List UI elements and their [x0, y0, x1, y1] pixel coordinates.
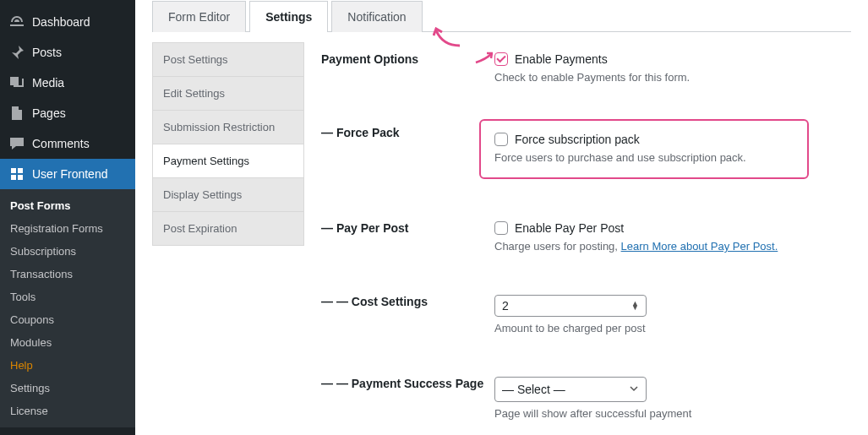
subtab-edit-settings[interactable]: Edit Settings	[152, 76, 304, 110]
sub-registration-forms[interactable]: Registration Forms	[0, 217, 135, 240]
subtab-submission-restriction[interactable]: Submission Restriction	[152, 110, 304, 144]
cost-stepper[interactable]: 2 ▲▼	[494, 295, 647, 317]
force-pack-label: — Force Pack	[321, 126, 494, 139]
tab-notification[interactable]: Notification	[331, 1, 422, 32]
tab-form-editor[interactable]: Form Editor	[152, 1, 246, 32]
force-pack-chk-label: Force subscription pack	[515, 133, 640, 146]
subtab-post-settings[interactable]: Post Settings	[152, 42, 304, 76]
sub-coupons[interactable]: Coupons	[0, 308, 135, 331]
sub-help[interactable]: Help	[0, 354, 135, 377]
pay-per-post-learn-more-link[interactable]: Learn More about Pay Per Post.	[621, 240, 778, 253]
admin-sidebar: Dashboard Posts Media Pages Comments	[0, 0, 135, 435]
success-page-value: — Select —	[502, 383, 565, 396]
tab-settings[interactable]: Settings	[249, 1, 328, 32]
pay-per-post-desc: Charge users for posting, Learn More abo…	[494, 240, 851, 253]
nav-label: Comments	[32, 137, 90, 150]
nav-dashboard[interactable]: Dashboard	[0, 7, 135, 37]
pin-icon	[8, 44, 25, 61]
nav-media[interactable]: Media	[0, 68, 135, 98]
pay-per-post-chk-label: Enable Pay Per Post	[515, 221, 624, 235]
sub-license[interactable]: License	[0, 400, 135, 422]
force-pack-desc: Force users to purchase and use subscrip…	[494, 151, 794, 164]
user-frontend-icon	[8, 166, 25, 182]
nav-label: Pages	[32, 106, 66, 120]
sub-subscriptions[interactable]: Subscriptions	[0, 240, 135, 263]
annotation-arrow-icon	[433, 27, 463, 53]
settings-subtabs: Post Settings Edit Settings Submission R…	[152, 42, 304, 435]
nav-comments[interactable]: Comments	[0, 128, 135, 159]
nav-submenu: Post Forms Registration Forms Subscripti…	[0, 189, 135, 427]
nav-label: Media	[32, 76, 64, 90]
subtab-display-settings[interactable]: Display Settings	[152, 177, 304, 211]
nav-pages[interactable]: Pages	[0, 98, 135, 128]
enable-payments-label: Enable Payments	[515, 52, 608, 66]
force-pack-highlight: Force subscription pack Force users to p…	[479, 119, 809, 179]
enable-payments-desc: Check to enable Payments for this form.	[494, 71, 851, 84]
nav-user-frontend[interactable]: User Frontend	[0, 159, 135, 189]
sub-tools[interactable]: Tools	[0, 285, 135, 308]
page-icon	[8, 105, 25, 122]
sub-post-forms[interactable]: Post Forms	[0, 194, 135, 217]
cost-desc: Amount to be charged per post	[494, 322, 851, 334]
annotation-arrow-icon	[474, 51, 493, 68]
dashboard-icon	[8, 14, 25, 30]
pay-per-post-checkbox[interactable]	[494, 221, 508, 235]
sub-modules[interactable]: Modules	[0, 331, 135, 354]
success-page-label: — — Payment Success Page	[321, 377, 494, 390]
nav-label: Dashboard	[32, 15, 90, 29]
chevron-down-icon	[629, 383, 639, 396]
nav-posts[interactable]: Posts	[0, 37, 135, 68]
pay-per-post-desc-text: Charge users for posting,	[494, 240, 621, 253]
success-page-select[interactable]: — Select —	[494, 377, 647, 402]
subtab-payment-settings[interactable]: Payment Settings	[152, 144, 304, 177]
pay-per-post-label: — Pay Per Post	[321, 221, 494, 235]
cost-value: 2	[502, 299, 509, 313]
enable-payments-checkbox[interactable]	[494, 52, 508, 66]
force-pack-checkbox[interactable]	[494, 133, 508, 146]
sub-transactions[interactable]: Transactions	[0, 263, 135, 285]
main-content: Form Editor Settings Notification Post S…	[135, 0, 868, 435]
stepper-arrows-icon[interactable]: ▲▼	[631, 302, 639, 310]
subtab-post-expiration[interactable]: Post Expiration	[152, 211, 304, 246]
success-page-desc: Page will show after successful payment	[494, 407, 851, 420]
payment-settings-panel: Payment Options Enable Payments Check to…	[321, 42, 851, 435]
payment-options-label: Payment Options	[321, 52, 494, 66]
comment-icon	[8, 135, 25, 152]
nav-label: User Frontend	[32, 167, 107, 181]
form-top-tabs: Form Editor Settings Notification	[152, 0, 851, 32]
media-icon	[8, 74, 25, 91]
cost-settings-label: — — Cost Settings	[321, 295, 494, 308]
nav-label: Posts	[32, 46, 62, 59]
sub-settings[interactable]: Settings	[0, 377, 135, 400]
